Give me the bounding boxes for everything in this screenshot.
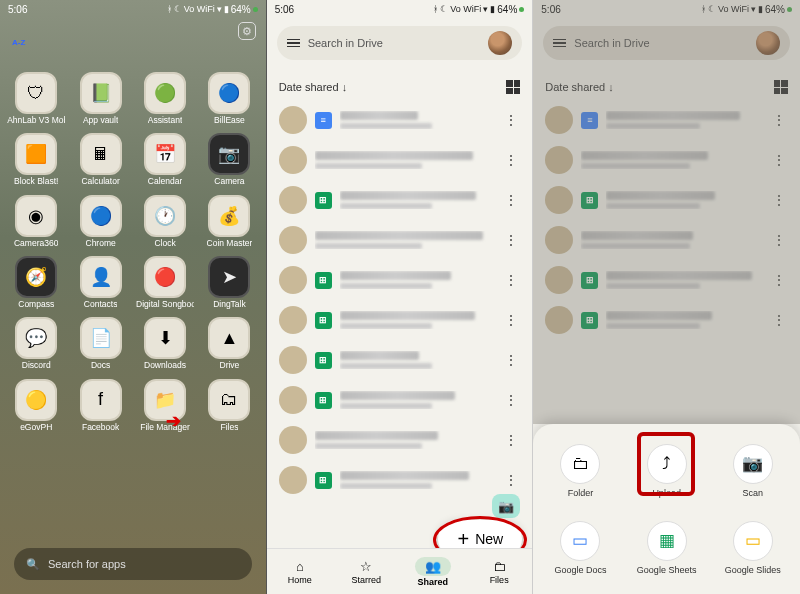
sheet-scan[interactable]: 📷Scan: [712, 434, 794, 507]
nav-starred[interactable]: ☆Starred: [333, 549, 399, 594]
file-more-icon[interactable]: ⋮: [770, 270, 788, 290]
sheet-folder[interactable]: 🗀Folder: [539, 434, 621, 507]
file-more-icon[interactable]: ⋮: [502, 310, 520, 330]
file-more-icon[interactable]: ⋮: [770, 230, 788, 250]
file-more-icon[interactable]: ⋮: [502, 110, 520, 130]
file-more-icon[interactable]: ⋮: [502, 270, 520, 290]
view-grid-icon[interactable]: [774, 80, 788, 94]
file-more-icon[interactable]: ⋮: [770, 190, 788, 210]
file-row[interactable]: ⋮: [271, 140, 529, 180]
app-compass[interactable]: 🧭Compass: [6, 256, 66, 309]
app-digital-songbook[interactable]: 🔴Digital Songbook: [135, 256, 195, 309]
app-label: App vault: [83, 116, 118, 125]
search-icon: 🔍: [26, 558, 40, 571]
file-row[interactable]: ⊞⋮: [271, 340, 529, 380]
file-more-icon[interactable]: ⋮: [770, 110, 788, 130]
app-label: BillEase: [214, 116, 245, 125]
app-block-blast-[interactable]: 🟧Block Blast!: [6, 133, 66, 186]
sort-button[interactable]: Date shared ↓: [545, 81, 614, 93]
sort-row: Date shared ↓: [267, 66, 533, 100]
app-facebook[interactable]: fFacebook: [70, 379, 130, 432]
app-contacts[interactable]: 👤Contacts: [70, 256, 130, 309]
app-file-manager[interactable]: 📁File Manager: [135, 379, 195, 432]
app-clock[interactable]: 🕐Clock: [135, 195, 195, 248]
app-billease[interactable]: 🔵BillEase: [199, 72, 259, 125]
app-label: Compass: [18, 300, 54, 309]
app-camera360[interactable]: ◉Camera360: [6, 195, 66, 248]
file-row[interactable]: ⊞⋮: [271, 300, 529, 340]
sort-button[interactable]: Date shared ↓: [279, 81, 348, 93]
file-more-icon[interactable]: ⋮: [502, 470, 520, 490]
file-row[interactable]: ⊞⋮: [537, 180, 796, 220]
nav-home[interactable]: ⌂Home: [267, 549, 333, 594]
sheet-upload[interactable]: ⤴Upload: [626, 434, 708, 507]
file-row[interactable]: ≡⋮: [537, 100, 796, 140]
file-text: [606, 271, 762, 289]
app-downloads[interactable]: ⬇Downloads: [135, 317, 195, 370]
file-more-icon[interactable]: ⋮: [502, 430, 520, 450]
nav-shared[interactable]: 👥Shared: [400, 549, 466, 594]
file-more-icon[interactable]: ⋮: [502, 150, 520, 170]
app-icon: 💰: [208, 195, 250, 237]
app-dingtalk[interactable]: ➤DingTalk: [199, 256, 259, 309]
file-text: [340, 391, 495, 409]
sharer-avatar: [545, 266, 573, 294]
drive-search-bar[interactable]: Search in Drive: [277, 26, 523, 60]
app-icon: ◉: [15, 195, 57, 237]
file-row[interactable]: ⋮: [537, 220, 796, 260]
app-camera[interactable]: 📷Camera: [199, 133, 259, 186]
file-row[interactable]: ⊞⋮: [537, 300, 796, 340]
hamburger-icon[interactable]: [287, 39, 300, 48]
file-more-icon[interactable]: ⋮: [502, 350, 520, 370]
account-avatar[interactable]: [756, 31, 780, 55]
app-calendar[interactable]: 📅Calendar: [135, 133, 195, 186]
drive-search-bar[interactable]: Search in Drive: [543, 26, 790, 60]
sheet-google-docs[interactable]: ▭Google Docs: [539, 511, 621, 584]
file-more-icon[interactable]: ⋮: [770, 310, 788, 330]
scan-icon: 📷: [733, 444, 773, 484]
battery-percent: 64%: [231, 4, 251, 15]
file-row[interactable]: ⋮: [537, 140, 796, 180]
file-row[interactable]: ⋮: [271, 420, 529, 460]
file-row[interactable]: ⊞⋮: [537, 260, 796, 300]
account-avatar[interactable]: [488, 31, 512, 55]
app-drive[interactable]: ▲Drive: [199, 317, 259, 370]
sheet-google-sheets[interactable]: ▦Google Sheets: [626, 511, 708, 584]
file-row[interactable]: ⊞⋮: [271, 380, 529, 420]
sheet-google-slides[interactable]: ▭Google Slides: [712, 511, 794, 584]
app-chrome[interactable]: 🔵Chrome: [70, 195, 130, 248]
app-discord[interactable]: 💬Discord: [6, 317, 66, 370]
nav-files[interactable]: 🗀Files: [466, 549, 532, 594]
file-row[interactable]: ≡⋮: [271, 100, 529, 140]
sheet-file-icon: ⊞: [315, 192, 332, 209]
file-more-icon[interactable]: ⋮: [502, 230, 520, 250]
app-files[interactable]: 🗂Files: [199, 379, 259, 432]
sharer-avatar: [279, 306, 307, 334]
file-text: [581, 231, 762, 249]
file-more-icon[interactable]: ⋮: [770, 150, 788, 170]
file-more-icon[interactable]: ⋮: [502, 190, 520, 210]
app-assistant[interactable]: 🟢Assistant: [135, 72, 195, 125]
sharer-avatar: [279, 186, 307, 214]
file-row[interactable]: ⊞⋮: [271, 260, 529, 300]
file-row[interactable]: ⊞⋮: [271, 460, 529, 500]
settings-icon[interactable]: ⚙: [238, 22, 256, 40]
sharer-avatar: [279, 426, 307, 454]
fab-label: New: [475, 531, 503, 547]
app-app-vault[interactable]: 📗App vault: [70, 72, 130, 125]
file-more-icon[interactable]: ⋮: [502, 390, 520, 410]
file-row[interactable]: ⋮: [271, 220, 529, 260]
file-row[interactable]: ⊞⋮: [271, 180, 529, 220]
app-label: DingTalk: [213, 300, 246, 309]
app-egovph[interactable]: 🟡eGovPH: [6, 379, 66, 432]
search-placeholder: Search for apps: [48, 558, 126, 570]
hamburger-icon[interactable]: [553, 39, 566, 48]
app-icon: 🔵: [80, 195, 122, 237]
app-docs[interactable]: 📄Docs: [70, 317, 130, 370]
scan-chip[interactable]: 📷: [492, 494, 520, 518]
app-coin-master[interactable]: 💰Coin Master: [199, 195, 259, 248]
app-calculator[interactable]: 🖩Calculator: [70, 133, 130, 186]
view-grid-icon[interactable]: [506, 80, 520, 94]
app-search-bar[interactable]: 🔍 Search for apps: [14, 548, 252, 580]
app-ahnlab-v3-mobile-plus[interactable]: 🛡AhnLab V3 Mobile Plus: [6, 72, 66, 125]
